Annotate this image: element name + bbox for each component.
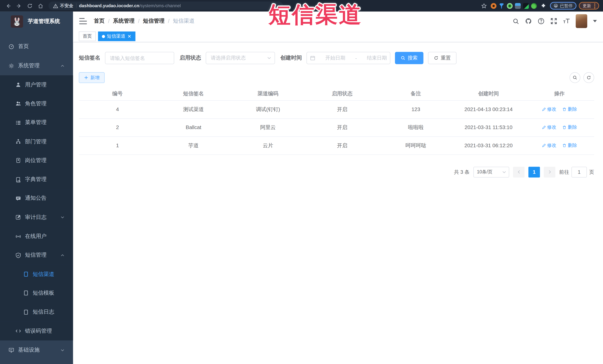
top-navbar: 首页 / 系统管理 / 短信管理 / 短信渠道: [73, 11, 603, 31]
app-title: 芋道管理系统: [28, 18, 60, 25]
add-button[interactable]: 新增: [79, 72, 105, 83]
doc-icon: [23, 290, 29, 296]
sidebar-item-sms-management[interactable]: 短信管理: [0, 246, 73, 265]
col-id: 编号: [79, 88, 156, 100]
sidebar-item-sms-channel[interactable]: 短信渠道: [0, 265, 73, 284]
page-number-button[interactable]: 1: [528, 166, 540, 177]
goto-page-input[interactable]: [571, 166, 587, 177]
tags-view-bar: 首页 短信渠道: [73, 31, 603, 42]
browser-address-bar[interactable]: 不安全 dashboard.yudao.iocoder.cn/system/sm…: [48, 1, 283, 10]
bookmark-star-icon[interactable]: [480, 1, 488, 10]
reset-button[interactable]: 重置: [428, 52, 456, 64]
edit-link[interactable]: 修改: [542, 124, 557, 131]
browser-home-button[interactable]: [36, 1, 45, 10]
sidebar-item-dict-management[interactable]: 字典管理: [0, 170, 73, 189]
dashboard-icon: [9, 44, 14, 49]
sidebar-item-error-code[interactable]: 错误码管理: [0, 321, 73, 341]
delete-link[interactable]: 删除: [562, 106, 577, 112]
delete-link[interactable]: 删除: [562, 142, 577, 149]
prev-page-button[interactable]: [513, 166, 524, 177]
sidebar-menu: 首页 系统管理 用户管理 角色管理 菜单管理: [0, 37, 73, 360]
terminal-green-on-extension[interactable]: [523, 3, 529, 9]
col-created: 创建时间: [452, 88, 525, 100]
sms-shield-icon: [15, 252, 21, 258]
sidebar-item-sms-log[interactable]: 短信日志: [0, 303, 73, 321]
refresh-table-button[interactable]: [583, 72, 594, 83]
blue-filter-extension[interactable]: [499, 3, 504, 9]
menu-list-icon: [15, 120, 21, 126]
sidebar-item-user-management[interactable]: 用户管理: [0, 75, 73, 94]
github-icon[interactable]: [525, 18, 532, 24]
date-range-picker[interactable]: 开始日期 - 结束日期: [306, 52, 390, 64]
audit-log-icon: [15, 215, 21, 220]
edit-link[interactable]: 修改: [542, 106, 557, 112]
edit-icon: [542, 125, 546, 130]
close-icon[interactable]: [127, 34, 132, 38]
blue-grid-extension[interactable]: [515, 3, 521, 9]
code-icon: [15, 328, 21, 334]
doc-icon: [23, 271, 29, 277]
sidebar-item-label: 在线用户: [25, 233, 46, 240]
sidebar-logo-row[interactable]: 🐰 芋道管理系统: [0, 11, 73, 32]
page-url[interactable]: dashboard.yudao.iocoder.cn/system/sms-ch…: [79, 3, 181, 8]
browser-back-button[interactable]: [4, 1, 12, 10]
pagination-total: 共 3 条: [454, 169, 470, 176]
hide-search-button[interactable]: [569, 72, 580, 83]
browser-reload-button[interactable]: [25, 1, 34, 10]
sidebar-item-role-management[interactable]: 角色管理: [0, 94, 73, 113]
announcement-icon: [15, 196, 21, 201]
next-page-button[interactable]: [544, 166, 555, 177]
sidebar-collapse-icon[interactable]: [79, 18, 87, 24]
delete-link[interactable]: 删除: [562, 124, 577, 131]
sidebar-item-sms-template[interactable]: 短信模板: [0, 284, 73, 303]
sidebar-item-notice[interactable]: 通知公告: [0, 189, 73, 208]
breadcrumb-sms[interactable]: 短信管理: [143, 18, 164, 24]
sidebar-item-online-users[interactable]: 在线用户: [0, 227, 73, 246]
tab-home[interactable]: 首页: [79, 32, 96, 41]
breadcrumb: 首页 / 系统管理 / 短信管理 / 短信渠道: [94, 18, 195, 24]
signature-input[interactable]: [105, 52, 174, 64]
puzzle-extensions-icon[interactable]: [539, 1, 547, 10]
caret-down-icon[interactable]: [593, 20, 597, 22]
dict-book-icon: [15, 176, 21, 182]
green-circle-extension[interactable]: [507, 3, 512, 9]
breadcrumb-system[interactable]: 系统管理: [113, 18, 135, 24]
browser-update-button[interactable]: 更新: [579, 2, 599, 10]
sidebar-item-label: 系统管理: [18, 62, 40, 69]
sidebar-item-system-management[interactable]: 系统管理: [0, 56, 73, 76]
browser-forward-button[interactable]: [15, 1, 23, 10]
orange-circle-extension[interactable]: [490, 3, 496, 9]
profile-paused-badge[interactable]: 😀 已暂停: [550, 2, 577, 10]
font-size-icon[interactable]: [563, 18, 570, 24]
org-tree-icon: [15, 139, 21, 144]
sidebar-item-infrastructure[interactable]: 基础设施: [0, 341, 73, 360]
browser-menu-icon[interactable]: [594, 3, 595, 8]
green-leaf-extension[interactable]: [531, 3, 537, 9]
sidebar-item-label: 字典管理: [25, 176, 46, 183]
page-size-select[interactable]: 10条/页: [474, 166, 509, 177]
sidebar-item-label: 通知公告: [25, 195, 46, 202]
security-warning[interactable]: 不安全: [53, 3, 73, 9]
sidebar-item-post-management[interactable]: 岗位管理: [0, 151, 73, 170]
user-avatar[interactable]: [576, 14, 587, 28]
post-badge-icon: [15, 158, 21, 163]
chevron-down-icon: [60, 348, 65, 352]
pagination: 共 3 条 10条/页 1 前往 页: [79, 166, 594, 177]
search-icon: [573, 75, 577, 80]
sidebar-item-audit-log[interactable]: 审计日志: [0, 208, 73, 227]
fullscreen-icon[interactable]: [550, 18, 557, 24]
active-tab-dot: [102, 35, 105, 38]
search-button[interactable]: 搜索: [395, 52, 423, 64]
date-start-placeholder: 开始日期: [325, 55, 345, 61]
sidebar-item-dept-management[interactable]: 部门管理: [0, 132, 73, 151]
help-icon[interactable]: [538, 18, 545, 24]
edit-link[interactable]: 修改: [542, 142, 557, 149]
sidebar-item-menu-management[interactable]: 菜单管理: [0, 113, 73, 132]
tab-sms-channel[interactable]: 短信渠道: [98, 32, 135, 41]
sidebar-item-home[interactable]: 首页: [0, 37, 73, 56]
edit-icon: [542, 143, 546, 148]
sidebar-item-label: 错误码管理: [25, 328, 52, 334]
breadcrumb-home[interactable]: 首页: [94, 18, 105, 24]
status-select[interactable]: 请选择启用状态: [206, 52, 275, 64]
search-icon[interactable]: [512, 18, 519, 24]
